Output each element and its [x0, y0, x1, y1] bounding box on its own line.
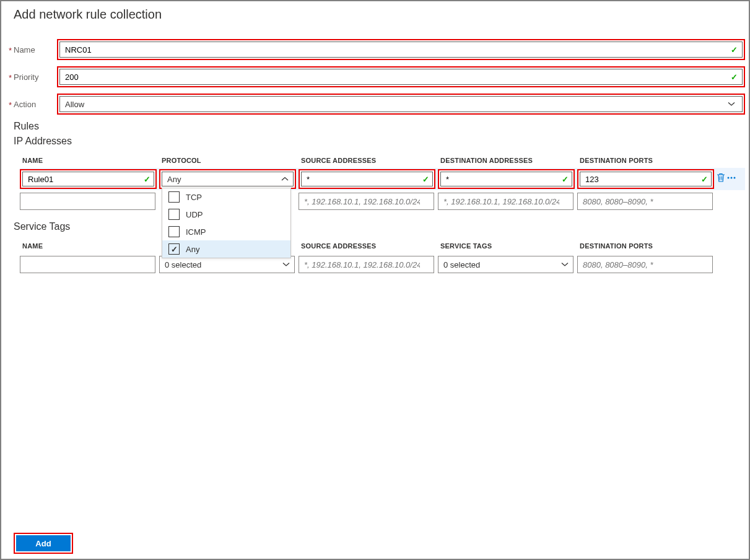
- tag-service-tags-select[interactable]: 0 selected: [438, 256, 573, 273]
- rule-ports-input[interactable]: [580, 172, 712, 186]
- chevron-down-icon: [282, 262, 290, 267]
- checkbox-icon: [168, 226, 180, 237]
- ip-rule-row-empty: [20, 190, 745, 212]
- field-row-name: Name ✓: [14, 39, 745, 60]
- rule-dest-input[interactable]: [438, 193, 573, 210]
- checkbox-icon: [168, 209, 180, 220]
- action-select[interactable]: Allow: [59, 96, 743, 112]
- service-tags-table: NAME PROTOCOL SOURCE ADDRESSES SERVICE T…: [20, 238, 745, 276]
- svg-point-1: [731, 177, 733, 179]
- rule-ports-input[interactable]: [577, 193, 713, 210]
- tag-ports-input[interactable]: [577, 256, 713, 273]
- rule-name-input[interactable]: [22, 172, 154, 186]
- rules-heading: Rules: [14, 121, 745, 132]
- protocol-option-tcp[interactable]: TCP: [162, 188, 290, 206]
- checkbox-checked-icon: [168, 243, 180, 255]
- ip-addresses-heading: IP Addresses: [14, 136, 745, 147]
- checkbox-icon: [168, 191, 180, 203]
- page-title: Add network rule collection: [14, 7, 736, 22]
- ip-table-header: NAME PROTOCOL SOURCE ADDRESSES DESTINATI…: [20, 153, 745, 168]
- protocol-dropdown-menu: TCP UDP ICMP Any: [162, 188, 291, 258]
- name-label: Name: [14, 45, 57, 55]
- service-tag-row: 0 selected 0 selected: [20, 253, 745, 276]
- priority-label: Priority: [14, 72, 57, 82]
- rule-dest-input[interactable]: [440, 172, 572, 186]
- chevron-down-icon: [561, 262, 569, 267]
- priority-input[interactable]: [59, 69, 743, 85]
- rule-name-input[interactable]: [20, 193, 155, 210]
- action-label: Action: [14, 100, 57, 109]
- protocol-option-any[interactable]: Any: [162, 240, 290, 258]
- tag-source-input[interactable]: [299, 256, 434, 273]
- tags-table-header: NAME PROTOCOL SOURCE ADDRESSES SERVICE T…: [20, 238, 745, 253]
- tag-rule-name-input[interactable]: [20, 256, 155, 273]
- field-row-action: Action Allow: [14, 94, 745, 115]
- protocol-option-udp[interactable]: UDP: [162, 206, 290, 223]
- delete-icon[interactable]: [717, 173, 725, 183]
- ip-rule-row: ✓ Any TCP: [20, 168, 745, 190]
- service-tags-heading: Service Tags: [14, 221, 745, 232]
- protocol-option-icmp[interactable]: ICMP: [162, 223, 290, 240]
- name-input[interactable]: [59, 42, 743, 58]
- ip-rules-table: NAME PROTOCOL SOURCE ADDRESSES DESTINATI…: [20, 153, 745, 212]
- more-icon[interactable]: [726, 173, 736, 183]
- rule-source-input[interactable]: [299, 193, 434, 210]
- field-row-priority: Priority ✓: [14, 66, 745, 87]
- add-button[interactable]: Add: [16, 535, 71, 551]
- tag-protocol-select[interactable]: 0 selected: [159, 256, 295, 273]
- svg-point-2: [734, 177, 736, 179]
- rule-source-input[interactable]: [301, 172, 433, 186]
- svg-point-0: [728, 177, 730, 179]
- rule-protocol-select[interactable]: Any: [162, 172, 294, 186]
